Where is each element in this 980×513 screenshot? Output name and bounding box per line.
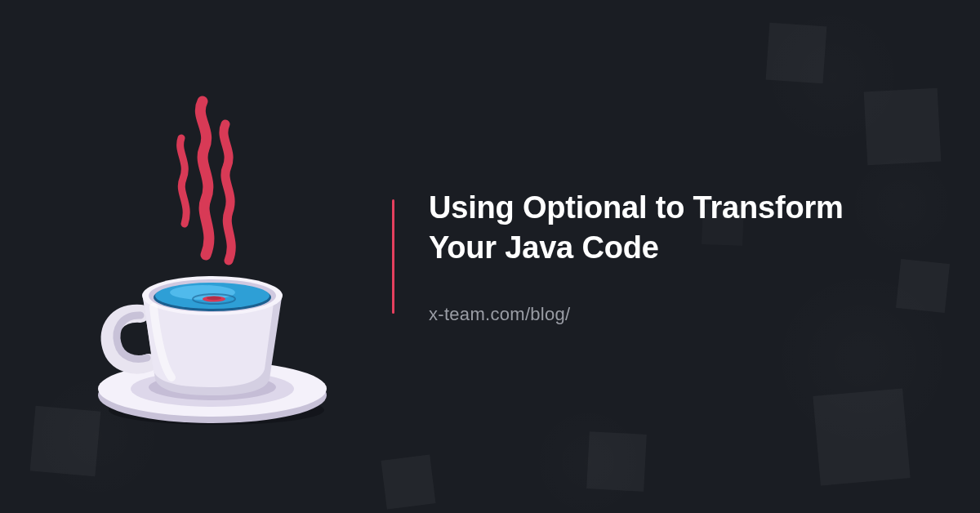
accent-divider: [392, 199, 394, 314]
site-url: x-team.com/blog/: [429, 304, 915, 325]
svg-point-12: [207, 297, 221, 300]
steam-icon: [180, 101, 232, 261]
main-container: Using Optional to Transform Your Java Co…: [0, 0, 980, 513]
text-block: Using Optional to Transform Your Java Co…: [429, 188, 915, 324]
page-title: Using Optional to Transform Your Java Co…: [429, 188, 915, 267]
illustration-wrapper: [65, 0, 359, 513]
java-coffee-cup-icon: [82, 85, 343, 428]
content-block: Using Optional to Transform Your Java Co…: [359, 188, 915, 324]
svg-point-9: [170, 285, 235, 300]
